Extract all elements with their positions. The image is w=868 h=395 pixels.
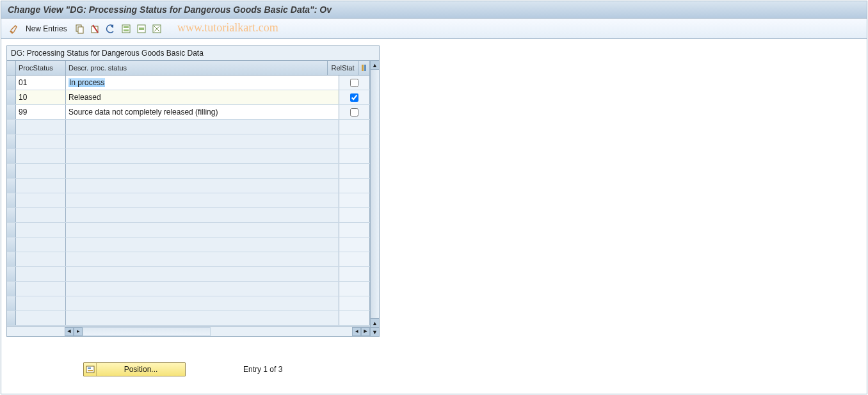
cell-relstat[interactable] — [339, 149, 370, 163]
row-selector[interactable] — [7, 238, 16, 252]
row-selector[interactable] — [7, 208, 16, 222]
cell-descr[interactable] — [66, 252, 339, 266]
cell-procstatus[interactable] — [16, 179, 66, 193]
cell-descr[interactable]: In process — [66, 76, 339, 90]
delete-icon[interactable] — [90, 24, 100, 34]
cell-procstatus[interactable] — [16, 223, 66, 237]
cell-descr[interactable] — [66, 120, 339, 134]
cell-descr[interactable] — [66, 282, 339, 296]
cell-relstat[interactable] — [339, 223, 370, 237]
cell-procstatus[interactable] — [16, 208, 66, 222]
cell-descr[interactable] — [66, 238, 339, 252]
table-configure-icon[interactable] — [358, 61, 370, 75]
vscroll-up-icon[interactable]: ▲ — [371, 61, 379, 70]
row-selector[interactable] — [7, 252, 16, 266]
column-header-relstat[interactable]: RelStat — [328, 61, 358, 75]
cell-procstatus[interactable] — [16, 311, 66, 325]
row-selector[interactable] — [7, 76, 16, 90]
cell-descr[interactable] — [66, 311, 339, 325]
hscroll-left2-icon[interactable]: ▸ — [74, 327, 83, 336]
cell-procstatus[interactable] — [16, 149, 66, 163]
row-selector[interactable] — [7, 296, 16, 310]
select-block-icon[interactable] — [136, 24, 147, 34]
cell-descr[interactable] — [66, 208, 339, 222]
cell-descr[interactable] — [66, 193, 339, 207]
cell-descr[interactable] — [66, 267, 339, 281]
cell-relstat[interactable] — [339, 105, 370, 119]
cell-relstat[interactable] — [339, 208, 370, 222]
row-selector[interactable] — [7, 193, 16, 207]
cell-relstat[interactable] — [339, 238, 370, 252]
relstat-checkbox[interactable] — [350, 79, 358, 87]
row-selector[interactable] — [7, 134, 16, 149]
cell-relstat[interactable] — [339, 76, 370, 90]
new-entries-button[interactable]: New Entries — [26, 24, 67, 33]
cell-procstatus[interactable]: 99 — [16, 105, 66, 119]
cell-procstatus[interactable] — [16, 193, 66, 207]
cell-procstatus[interactable] — [16, 296, 66, 310]
row-selector[interactable] — [7, 179, 16, 193]
cell-procstatus[interactable] — [16, 267, 66, 281]
cell-descr[interactable]: Source data not completely released (fil… — [66, 105, 339, 119]
cell-descr[interactable] — [66, 164, 339, 178]
table-row-empty — [7, 149, 370, 164]
cell-descr[interactable] — [66, 223, 339, 237]
svg-rect-16 — [88, 367, 91, 369]
row-selector[interactable] — [7, 120, 16, 134]
cell-relstat[interactable] — [339, 252, 370, 266]
cell-descr[interactable] — [66, 179, 339, 193]
cell-procstatus[interactable] — [16, 120, 66, 134]
cell-procstatus[interactable] — [16, 252, 66, 266]
change-mode-icon[interactable] — [8, 24, 18, 34]
position-button[interactable]: Position... — [83, 362, 186, 376]
cell-procstatus[interactable] — [16, 164, 66, 178]
page-title: Change View "DG: Processing Status for D… — [8, 4, 332, 15]
row-selector[interactable] — [7, 267, 16, 281]
cell-descr[interactable] — [66, 296, 339, 310]
cell-descr[interactable] — [66, 149, 339, 163]
cell-relstat[interactable] — [339, 134, 370, 149]
relstat-checkbox[interactable] — [350, 93, 358, 102]
table-row-empty — [7, 193, 370, 208]
vscroll-down2-icon[interactable]: ▼ — [371, 327, 379, 336]
cell-procstatus[interactable] — [16, 238, 66, 252]
cell-relstat[interactable] — [339, 193, 370, 207]
cell-procstatus[interactable]: 01 — [16, 76, 66, 90]
svg-rect-6 — [124, 29, 129, 31]
deselect-all-icon[interactable] — [152, 24, 162, 34]
row-selector[interactable] — [7, 164, 16, 178]
cell-descr[interactable]: Released — [66, 90, 339, 104]
row-selector[interactable] — [7, 223, 16, 237]
copy-as-icon[interactable] — [75, 24, 85, 34]
vscroll-down-icon[interactable]: ▲ — [371, 318, 379, 327]
row-selector[interactable] — [7, 311, 16, 325]
cell-procstatus[interactable]: 10 — [16, 90, 66, 104]
row-selector[interactable] — [7, 149, 16, 163]
hscroll-track[interactable] — [83, 327, 211, 336]
hscroll-left-icon[interactable]: ◄ — [65, 327, 74, 336]
hscroll-right2-icon[interactable]: ◂ — [352, 327, 361, 336]
position-button-label: Position... — [97, 365, 185, 374]
cell-descr[interactable] — [66, 134, 339, 149]
cell-relstat[interactable] — [339, 282, 370, 296]
cell-relstat[interactable] — [339, 90, 370, 104]
hscroll-right-icon[interactable]: ► — [361, 327, 370, 336]
cell-relstat[interactable] — [339, 179, 370, 193]
cell-relstat[interactable] — [339, 120, 370, 134]
table-row-empty — [7, 120, 370, 134]
column-header-descr[interactable]: Descr. proc. status — [66, 61, 328, 75]
cell-relstat[interactable] — [339, 164, 370, 178]
cell-procstatus[interactable] — [16, 282, 66, 296]
row-selector[interactable] — [7, 90, 16, 104]
row-selector[interactable] — [7, 105, 16, 119]
cell-procstatus[interactable] — [16, 134, 66, 149]
cell-relstat[interactable] — [339, 296, 370, 310]
cell-relstat[interactable] — [339, 267, 370, 281]
relstat-checkbox[interactable] — [350, 108, 358, 117]
column-header-procstatus[interactable]: ProcStatus — [16, 61, 66, 75]
cell-relstat[interactable] — [339, 311, 370, 325]
undo-icon[interactable] — [106, 24, 116, 34]
select-all-icon[interactable] — [121, 24, 131, 34]
row-selector[interactable] — [7, 282, 16, 296]
table-header-row: ProcStatus Descr. proc. status RelStat — [7, 61, 370, 76]
